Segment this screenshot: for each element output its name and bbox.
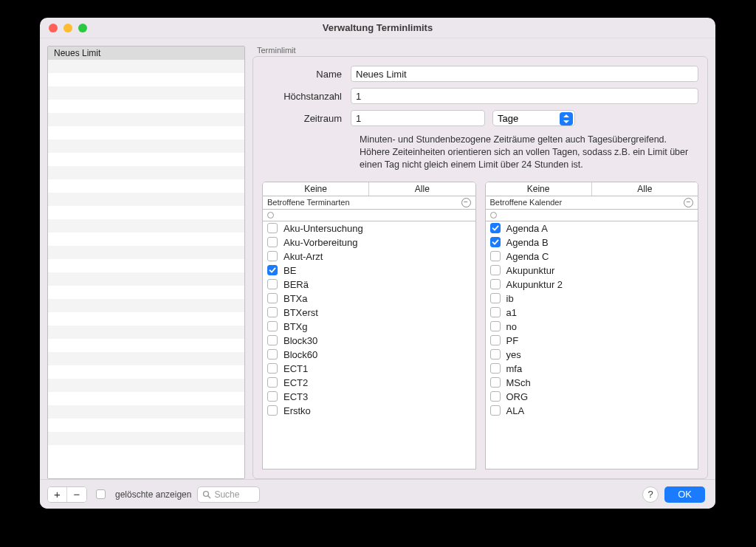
terminarten-none-button[interactable]: Keine (263, 182, 369, 196)
terminarten-item[interactable]: Aku-Vorbereitung (263, 235, 475, 250)
search-input[interactable]: Suche (197, 486, 260, 503)
limits-list-row[interactable] (48, 259, 244, 272)
limits-list-row[interactable] (48, 246, 244, 259)
terminarten-item[interactable]: BE (263, 264, 475, 278)
terminarten-item[interactable]: Aku-Untersuchung (263, 221, 475, 235)
show-deleted-checkbox[interactable]: gelöschte anzeigen (96, 489, 191, 500)
help-button[interactable]: ? (642, 486, 659, 503)
kalender-all-button[interactable]: Alle (592, 182, 698, 196)
period-unit-value: Tage (498, 113, 518, 124)
terminarten-item[interactable]: ECT1 (263, 362, 475, 376)
terminarten-filter-row[interactable] (262, 210, 476, 221)
limits-list-row[interactable] (48, 419, 244, 432)
add-button[interactable]: + (48, 487, 67, 502)
period-label: Zeitraum (262, 113, 351, 124)
minus-circle-icon[interactable]: − (461, 198, 471, 207)
remove-button[interactable]: − (67, 487, 86, 502)
ok-button[interactable]: OK (664, 486, 705, 503)
traffic-lights (49, 24, 87, 32)
kalender-item[interactable]: Agenda C (486, 250, 698, 264)
limits-list-row[interactable] (48, 113, 244, 126)
zoom-window-button[interactable] (78, 24, 87, 32)
terminarten-item[interactable]: ECT2 (263, 376, 475, 390)
terminarten-item[interactable]: Block30 (263, 334, 475, 348)
checkbox-icon (267, 307, 278, 317)
limits-list-row[interactable] (48, 365, 244, 379)
limits-list-row[interactable] (48, 219, 244, 233)
limits-list-row[interactable] (48, 339, 244, 352)
terminarten-item[interactable]: Block60 (263, 348, 475, 362)
checkbox-icon (267, 377, 278, 388)
period-unit-select[interactable]: Tage (492, 110, 575, 126)
search-placeholder: Suche (214, 489, 239, 500)
limits-list-row[interactable] (48, 140, 244, 153)
kalender-item[interactable]: no (486, 320, 698, 334)
limits-list-row[interactable] (48, 179, 244, 193)
svg-point-0 (204, 491, 209, 496)
terminarten-item[interactable]: ECT3 (263, 390, 475, 404)
kalender-item[interactable]: ORG (486, 390, 698, 404)
svg-line-1 (208, 495, 210, 498)
kalender-item[interactable]: ib (486, 292, 698, 306)
kalender-item[interactable]: ALA (486, 404, 698, 418)
limits-list-row[interactable] (48, 126, 244, 140)
limits-list-row[interactable] (48, 272, 244, 286)
kalender-item[interactable]: mfa (486, 362, 698, 376)
limits-list-row[interactable] (48, 432, 244, 445)
kalender-item[interactable]: Akupunktur 2 (486, 278, 698, 292)
kalender-item[interactable]: Akupunktur (486, 264, 698, 278)
minimize-window-button[interactable] (63, 24, 72, 32)
limits-list-row[interactable] (48, 166, 244, 179)
terminarten-item[interactable]: Akut-Arzt (263, 250, 475, 264)
checkbox-icon (267, 321, 278, 331)
kalender-item[interactable]: PF (486, 334, 698, 348)
limits-list-row[interactable] (48, 326, 244, 339)
limits-list-row[interactable] (48, 312, 244, 326)
limits-list-row[interactable] (48, 445, 244, 458)
limits-list[interactable]: Neues Limit (47, 46, 245, 479)
terminarten-list[interactable]: Aku-UntersuchungAku-VorbereitungAkut-Arz… (262, 221, 476, 469)
name-input[interactable] (351, 66, 698, 82)
kalender-item[interactable]: Agenda B (486, 235, 698, 250)
limits-list-row[interactable] (48, 352, 244, 365)
limits-list-row[interactable] (48, 392, 244, 405)
terminarten-header: Betroffene Terminarten (267, 198, 350, 207)
limits-list-row[interactable] (48, 233, 244, 246)
terminarten-item[interactable]: BTXg (263, 320, 475, 334)
terminarten-item[interactable]: BTXerst (263, 306, 475, 320)
limits-list-row[interactable] (48, 153, 244, 166)
period-value-input[interactable] (351, 110, 485, 126)
limits-list-row[interactable] (48, 100, 244, 113)
checkbox-icon (267, 265, 278, 275)
kalender-item[interactable]: yes (486, 348, 698, 362)
limits-list-row[interactable] (48, 405, 244, 419)
limits-list-row[interactable] (48, 86, 244, 100)
limits-list-row[interactable] (48, 60, 244, 73)
main-pane: Terminlimit Name Höchstanzahl Zeitraum T… (252, 46, 708, 479)
terminarten-item-label: ECT3 (284, 391, 308, 402)
terminarten-item[interactable]: BERä (263, 278, 475, 292)
max-input[interactable] (351, 88, 698, 104)
terminarten-item[interactable]: Erstko (263, 404, 475, 418)
kalender-filter-row[interactable] (485, 210, 699, 221)
kalender-list[interactable]: Agenda AAgenda BAgenda CAkupunkturAkupun… (485, 221, 699, 469)
kalender-item-label: Akupunktur 2 (506, 279, 563, 290)
terminarten-item-label: ECT1 (284, 363, 308, 374)
limits-list-row[interactable] (48, 286, 244, 299)
limits-list-row[interactable] (48, 299, 244, 312)
period-help-text: Minuten- und Stundenbezogene Zeiträume g… (262, 134, 698, 171)
limits-list-row[interactable] (48, 193, 244, 206)
kalender-item-label: Agenda A (506, 223, 548, 234)
limits-list-row[interactable] (48, 206, 244, 219)
kalender-item[interactable]: MSch (486, 376, 698, 390)
terminarten-item[interactable]: BTXa (263, 292, 475, 306)
limits-list-row[interactable]: Neues Limit (48, 47, 244, 60)
terminarten-all-button[interactable]: Alle (369, 182, 475, 196)
kalender-none-button[interactable]: Keine (486, 182, 592, 196)
kalender-item[interactable]: a1 (486, 306, 698, 320)
close-window-button[interactable] (49, 24, 58, 32)
limits-list-row[interactable] (48, 73, 244, 86)
minus-circle-icon[interactable]: − (684, 198, 693, 207)
kalender-item[interactable]: Agenda A (486, 221, 698, 235)
limits-list-row[interactable] (48, 379, 244, 392)
